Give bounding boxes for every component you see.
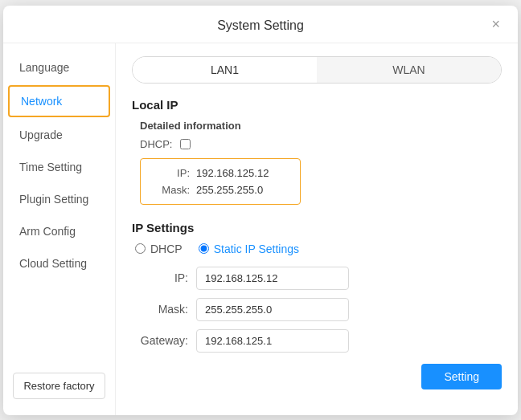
- sidebar-item-plugin-setting[interactable]: Plugin Setting: [3, 183, 115, 215]
- ip-field-input[interactable]: [196, 267, 349, 290]
- gateway-field-label: Gateway:: [132, 334, 188, 347]
- dhcp-label: DHCP:: [140, 138, 172, 150]
- main-content: LAN1 WLAN Local IP Detailed information …: [116, 43, 518, 415]
- mask-info-label: Mask:: [154, 184, 190, 196]
- gateway-field-input[interactable]: [196, 329, 349, 353]
- detailed-info-subtitle: Detailed information: [140, 120, 502, 132]
- local-ip-title: Local IP: [132, 98, 502, 112]
- dialog-body: Language Network Upgrade Time Setting Pl…: [3, 43, 518, 415]
- radio-dhcp[interactable]: DHCP: [135, 243, 183, 255]
- mask-info-row: Mask: 255.255.255.0: [154, 184, 287, 196]
- radio-static-input[interactable]: [199, 243, 209, 254]
- radio-static[interactable]: Static IP Settings: [199, 243, 299, 255]
- sidebar-item-language[interactable]: Language: [3, 51, 115, 84]
- ip-field-label: IP:: [132, 271, 188, 284]
- sidebar-item-network[interactable]: Network: [8, 85, 110, 117]
- sidebar: Language Network Upgrade Time Setting Pl…: [3, 43, 116, 415]
- ip-info-label: IP:: [154, 167, 190, 179]
- system-setting-dialog: System Setting × Language Network Upgrad…: [3, 6, 518, 415]
- sidebar-items: Language Network Upgrade Time Setting Pl…: [3, 51, 115, 279]
- ip-info-row: IP: 192.168.125.12: [154, 167, 287, 179]
- dialog-title: System Setting: [217, 18, 304, 33]
- radio-row: DHCP Static IP Settings: [135, 243, 502, 255]
- dhcp-row: DHCP:: [140, 138, 502, 150]
- ip-settings-section: IP Settings DHCP Static IP Settings IP:: [132, 221, 502, 389]
- mask-info-value: 255.255.255.0: [196, 184, 263, 196]
- ip-settings-title: IP Settings: [132, 221, 502, 234]
- mask-field-input[interactable]: [196, 298, 349, 321]
- sidebar-footer: Restore factory: [3, 365, 115, 407]
- ip-field-row: IP:: [132, 267, 502, 290]
- gateway-field-row: Gateway:: [132, 329, 502, 353]
- ip-info-value: 192.168.125.12: [196, 167, 269, 179]
- restore-factory-button[interactable]: Restore factory: [13, 373, 105, 399]
- sidebar-item-cloud-setting[interactable]: Cloud Setting: [3, 247, 115, 279]
- sidebar-item-arm-config[interactable]: Arm Config: [3, 215, 115, 247]
- mask-field-row: Mask:: [132, 298, 502, 321]
- ip-info-box: IP: 192.168.125.12 Mask: 255.255.255.0: [140, 158, 301, 205]
- tab-bar: LAN1 WLAN: [132, 56, 502, 84]
- mask-field-label: Mask:: [132, 303, 188, 316]
- dialog-header: System Setting ×: [3, 6, 518, 43]
- sidebar-item-upgrade[interactable]: Upgrade: [3, 119, 115, 151]
- dhcp-checkbox[interactable]: [180, 139, 191, 149]
- tab-wlan[interactable]: WLAN: [317, 57, 501, 83]
- setting-button[interactable]: Setting: [421, 364, 502, 389]
- sidebar-item-time-setting[interactable]: Time Setting: [3, 151, 115, 183]
- close-button[interactable]: ×: [486, 15, 505, 33]
- radio-dhcp-input[interactable]: [135, 243, 146, 254]
- tab-lan1[interactable]: LAN1: [133, 57, 317, 83]
